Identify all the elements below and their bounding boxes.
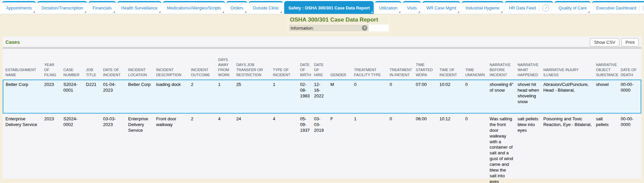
tab-financials[interactable]: Financials xyxy=(89,1,116,14)
table-cell: 05-09-1937 xyxy=(300,113,314,183)
tab-outside-clinic[interactable]: Outside Clinic xyxy=(249,1,283,14)
external-link-icon[interactable]: ↗ xyxy=(643,5,644,11)
column-header: Days Job Transfer or Restriction xyxy=(236,49,273,80)
tab-quality-of-care[interactable]: Quality of Care xyxy=(554,1,591,14)
table-cell: 24 xyxy=(236,113,273,183)
tab-corner-icon xyxy=(159,11,160,13)
table-cell: M xyxy=(330,80,354,113)
tab-label: Orders xyxy=(230,6,243,10)
table-cell: 4 xyxy=(273,113,300,183)
tab-visits[interactable]: Visits xyxy=(403,1,421,14)
tab-label: Safety : OSHA 300/301 Case Data Report xyxy=(288,6,370,10)
table-cell: Enterprise Delivery Service xyxy=(128,113,156,183)
table-cell: 2 xyxy=(191,113,218,183)
column-header: Incident Description xyxy=(156,49,191,80)
column-header: Incident Location xyxy=(128,49,156,80)
tab-corner-icon xyxy=(280,11,282,13)
tab-wr-case-mgmt[interactable]: WR Case Mgmt xyxy=(422,1,460,14)
column-header: Job Title xyxy=(86,49,103,80)
tab-corner-icon xyxy=(418,11,420,13)
tab-corner-icon xyxy=(457,11,459,13)
table-cell: Better Corp xyxy=(128,80,156,113)
tab-label: Industrial Hygiene xyxy=(466,6,499,10)
column-header: Days Away From Work xyxy=(218,49,237,80)
column-header: Date of Hire xyxy=(314,49,330,80)
tab-label: Medications/Allergies/Scripts xyxy=(167,6,221,10)
column-header: Narrative Before Incident xyxy=(490,49,518,80)
tab-label: Appointments xyxy=(6,6,32,10)
table-cell: 10:12 xyxy=(440,113,465,183)
help-icon[interactable]: ? xyxy=(362,25,367,31)
tab-utilization[interactable]: Utilization xyxy=(375,1,401,14)
table-row[interactable]: Enterprise Delivery Service 2023 S2024-0… xyxy=(3,113,641,183)
table-cell: 1 xyxy=(218,80,237,113)
table-cell: salt pellets blew into eyes xyxy=(518,113,543,183)
tab-corner-icon xyxy=(113,11,115,13)
cases-panel: Cases Show CSV Print Establishment Name … xyxy=(3,36,641,179)
external-link-icon[interactable]: ↗ xyxy=(542,5,549,11)
information-value xyxy=(369,25,388,31)
top-tab-bar: Appointments Dictation/Transcription Fin… xyxy=(0,0,644,14)
table-cell: 10:02 xyxy=(440,80,465,113)
tab-label: Executive Dashboard xyxy=(596,6,636,10)
column-header: Establishment Name xyxy=(3,49,44,80)
column-header: Treatment In-Patient xyxy=(390,49,416,80)
table-cell: 12-16-2022 xyxy=(314,80,330,113)
table-cell: 0 xyxy=(465,113,490,183)
cases-table: Establishment Name Year of Filing Case N… xyxy=(3,49,641,183)
tab-corner-icon xyxy=(588,11,590,13)
table-cell: 0 xyxy=(390,80,416,113)
table-cell: 03-03-2019 xyxy=(314,113,330,183)
tab-orders[interactable]: Orders xyxy=(226,1,247,14)
print-button[interactable]: Print xyxy=(621,38,639,47)
tab-executive-dashboard[interactable]: Executive Dashboard↗ xyxy=(592,1,644,14)
table-cell: S2024-0001 xyxy=(63,80,86,113)
column-header: Date of Incident xyxy=(103,49,128,80)
show-csv-button[interactable]: Show CSV xyxy=(590,38,619,47)
tab-label: WR Case Mgmt xyxy=(426,6,456,10)
report-header: OSHA 300/301 Case Data Report Informatio… xyxy=(288,16,389,32)
tab-label: Dictation/Transcription xyxy=(41,6,83,10)
table-cell: Was salting the front door walkway with … xyxy=(490,113,518,183)
column-header: Gender xyxy=(330,49,354,80)
table-cell: 2 xyxy=(191,80,218,113)
tab-corner-icon xyxy=(245,11,246,13)
table-header-row: Establishment Name Year of Filing Case N… xyxy=(3,49,641,80)
tab-dictation-transcription[interactable]: Dictation/Transcription xyxy=(37,1,87,14)
table-cell: Front door walkway xyxy=(156,113,191,183)
table-cell: 06:00 xyxy=(416,113,439,183)
external-link-wrap: ↗ xyxy=(639,5,644,11)
column-header: Time Started Work xyxy=(416,49,439,80)
column-header: Type of Incident xyxy=(273,49,300,80)
tab-label: Outside Clinic xyxy=(253,6,279,10)
tab-medications-allergies-scripts[interactable]: Medications/Allergies/Scripts xyxy=(163,1,225,14)
table-cell xyxy=(86,113,103,183)
table-cell: 1 xyxy=(273,80,300,113)
tab-label: Quality of Care xyxy=(559,6,587,10)
tab-safety-osha-case-data-report[interactable]: Safety : OSHA 300/301 Case Data Report xyxy=(284,1,374,14)
table-cell: 07:00 xyxy=(416,80,439,113)
column-header: Incident Outcome xyxy=(191,49,218,80)
table-cell: 00-00-0000 xyxy=(621,113,641,183)
tab-hr-data-feed[interactable]: HR Data Feed↗ xyxy=(505,1,553,14)
tab-corner-icon xyxy=(371,11,373,13)
table-cell: 00-00-0000 xyxy=(621,80,641,113)
table-cell: shovel xyxy=(596,80,621,113)
table-cell: loading dock xyxy=(156,80,191,113)
tab-corner-icon xyxy=(84,11,86,13)
tab-corner-icon xyxy=(501,11,502,13)
section-title: Cases xyxy=(5,39,20,45)
tab-label: Health Surveillance xyxy=(121,6,158,10)
table-row-selected[interactable]: Better Corp 2023 S2024-0001 D221 01-04-2… xyxy=(3,80,641,113)
tab-health-surveillance[interactable]: Health Surveillance xyxy=(117,1,162,14)
table-cell: 4 xyxy=(218,113,237,183)
table-cell: 2023 xyxy=(44,80,64,113)
table-cell: 25 xyxy=(236,80,273,113)
information-bar: Information: ? xyxy=(289,24,389,32)
tab-corner-icon xyxy=(222,11,224,13)
table-cell: S2024-0002 xyxy=(63,113,86,183)
tab-industrial-hygiene[interactable]: Industrial Hygiene xyxy=(462,1,503,14)
table-cell: 0 xyxy=(354,80,390,113)
tab-appointments[interactable]: Appointments xyxy=(2,1,36,14)
table-cell: 0 xyxy=(390,113,416,183)
